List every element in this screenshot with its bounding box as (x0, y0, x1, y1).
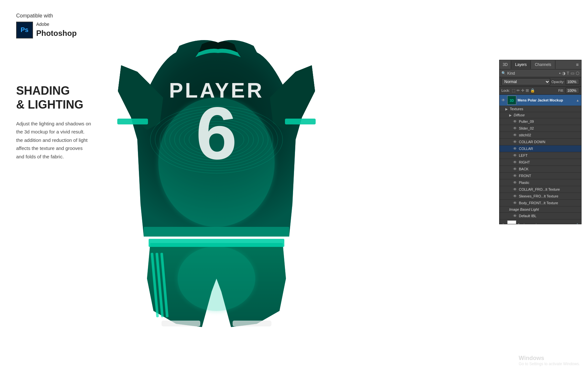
filter-adjust-icon[interactable]: ◑ (562, 71, 565, 76)
layer-visibility-icon[interactable]: 👁 (513, 153, 518, 158)
layer-name: Default IBL (519, 214, 579, 218)
background-lock-icon: 🔒 (575, 223, 579, 224)
layer-name: Puller_09 (519, 120, 579, 123)
layer-visibility-icon[interactable]: 👁 (513, 201, 518, 205)
filter-text-icon[interactable]: T (567, 71, 569, 76)
layer-visibility-icon[interactable]: 👁 (513, 146, 518, 151)
svg-point-20 (178, 246, 255, 311)
layer-visibility-icon[interactable]: 👁 (513, 160, 518, 164)
layer-visibility-icon[interactable]: 👁 (513, 194, 518, 198)
layer-puller09[interactable]: 👁 Puller_09 (499, 118, 581, 125)
opacity-value[interactable]: 100% (566, 79, 579, 85)
layer-name: Plastic (519, 181, 579, 185)
filter-shape-icon[interactable]: ▭ (571, 71, 574, 76)
tab-layers[interactable]: Layers (511, 60, 531, 69)
layer-collar-down[interactable]: 👁 COLLAR DOWN (499, 139, 581, 145)
layer-back[interactable]: 👁 BACK (499, 166, 581, 173)
svg-rect-15 (285, 119, 316, 124)
layer-visibility-icon[interactable]: 👁 (513, 174, 518, 178)
tab-3d[interactable]: 3D (499, 60, 511, 69)
layer-name: FRONT (519, 174, 579, 178)
search-icon: 🔍 (501, 71, 506, 75)
lock-icons: ⬚ ✏ ✛ ⊞ 🔒 (512, 88, 535, 93)
lock-pixel-icon[interactable]: ⬚ (512, 88, 515, 93)
layer-visibility-icon[interactable]: 👁 (513, 133, 518, 137)
layer-body-front-texture[interactable]: 👁 Body_FRONT...lt Texture (499, 200, 581, 207)
layer-thumbnail (507, 220, 516, 224)
layer-mens-jacket[interactable]: 👁 3D Mens Polar Jacket Mockup ▲ (499, 95, 581, 106)
svg-rect-13 (144, 227, 289, 237)
jersey-area: PLAYER 6 (103, 0, 330, 392)
svg-rect-16 (149, 239, 284, 247)
photoshop-panel: 3D Layers Channels ≡ 🔍 Kind ▪ ◑ T ▭ ⬡ No… (499, 60, 582, 224)
layer-name: COLLAR (519, 147, 579, 151)
layer-right[interactable]: 👁 RIGHT (499, 159, 581, 166)
layer-ibl-group[interactable]: Image Based Light (499, 207, 581, 213)
layer-name: Diffuse (514, 113, 579, 117)
windows-watermark: Windows Go to Settings to activate Windo… (519, 355, 580, 366)
layer-textures-group[interactable]: ▶ Textures (499, 106, 581, 112)
photoshop-label: Photoshop (36, 28, 77, 39)
tab-channels[interactable]: Channels (531, 60, 555, 69)
filter-kind-label[interactable]: Kind (507, 71, 558, 76)
layer-name: BACK (519, 167, 579, 171)
lock-brush-icon[interactable]: ✏ (517, 88, 520, 93)
lock-move-icon[interactable]: ✛ (521, 88, 524, 93)
panel-tabs: 3D Layers Channels ≡ (499, 60, 581, 69)
layer-default-ibl[interactable]: 👁 Default IBL (499, 213, 581, 219)
layer-left[interactable]: 👁 LEFT (499, 152, 581, 159)
layer-visibility-icon[interactable]: 👁 (513, 126, 518, 131)
layer-name: Image Based Light (509, 207, 579, 211)
layer-background[interactable]: 👁 Background 🔒 (499, 219, 581, 224)
layer-filter-row: 🔍 Kind ▪ ◑ T ▭ ⬡ (499, 69, 581, 77)
jersey-svg: PLAYER 6 (111, 26, 321, 366)
layers-list: 👁 3D Mens Polar Jacket Mockup ▲ ▶ Textur… (499, 95, 581, 224)
layer-name: COLLAR DOWN (519, 140, 579, 144)
ps-icon: Ps (16, 22, 33, 38)
group-expand-icon[interactable]: ▶ (505, 107, 508, 111)
lock-artboard-icon[interactable]: ⊞ (526, 88, 529, 93)
group-expand-icon[interactable]: ▶ (509, 113, 512, 117)
layer-visibility-icon[interactable]: 👁 (513, 119, 518, 124)
layer-front[interactable]: 👁 FRONT (499, 173, 581, 179)
fill-label: Fill: (558, 89, 564, 92)
layer-diffuse-group[interactable]: ▶ Diffuse (499, 112, 581, 118)
windows-line2: Go to Settings to activate Windows. (519, 362, 580, 366)
layer-scroll-indicator: ▲ (576, 99, 579, 102)
layer-visibility-icon[interactable]: 👁 (513, 187, 518, 192)
layer-visibility-icon[interactable]: 👁 (513, 214, 518, 218)
layer-sleeves-fro-texture[interactable]: 👁 Sleeves_FRO...lt Texture (499, 193, 581, 200)
layer-slider02[interactable]: 👁 Slider_02 (499, 125, 581, 132)
lock-all-icon[interactable]: 🔒 (530, 88, 535, 93)
adobe-label: Adobe (36, 21, 77, 28)
layer-collar[interactable]: 👁 COLLAR (499, 145, 581, 152)
layer-visibility-icon[interactable]: 👁 (513, 180, 518, 185)
panel-menu-icon[interactable]: ≡ (573, 60, 581, 69)
svg-rect-21 (162, 321, 200, 326)
layer-name: Sleeves_FRO...lt Texture (519, 194, 579, 198)
blend-mode-select[interactable]: Normal (501, 78, 550, 85)
layer-name: Mens Polar Jacket Mockup (518, 98, 575, 102)
layer-name: Slider_02 (519, 126, 579, 130)
layer-name: COLLAR_FRO...lt Texture (519, 187, 579, 191)
layer-name: stitch02 (519, 133, 579, 137)
ps-text: Adobe Photoshop (36, 21, 77, 38)
layer-visibility-icon[interactable]: 👁 (501, 98, 506, 102)
layer-name: RIGHT (519, 160, 579, 164)
layer-visibility-icon[interactable]: 👁 (501, 223, 506, 224)
layer-name: Background (518, 223, 574, 224)
lock-row: Lock: ⬚ ✏ ✛ ⊞ 🔒 Fill: 100% (499, 87, 581, 95)
lock-label: Lock: (501, 89, 510, 92)
layer-collar-fro-texture[interactable]: 👁 COLLAR_FRO...lt Texture (499, 186, 581, 193)
layer-visibility-icon[interactable]: 👁 (513, 140, 518, 144)
layers-list-wrapper: 👁 3D Mens Polar Jacket Mockup ▲ ▶ Textur… (499, 95, 581, 224)
svg-rect-14 (117, 119, 148, 124)
fill-value[interactable]: 100% (566, 88, 579, 93)
layer-stitch02[interactable]: 👁 stitch02 (499, 132, 581, 139)
filter-smart-icon[interactable]: ⬡ (576, 71, 579, 76)
layer-visibility-icon[interactable]: 👁 (513, 167, 518, 171)
layer-name: Body_FRONT...lt Texture (519, 201, 579, 205)
filter-pixel-icon[interactable]: ▪ (559, 71, 561, 76)
layer-plastic[interactable]: 👁 Plastic (499, 179, 581, 186)
layer-thumbnail: 3D (507, 96, 516, 105)
